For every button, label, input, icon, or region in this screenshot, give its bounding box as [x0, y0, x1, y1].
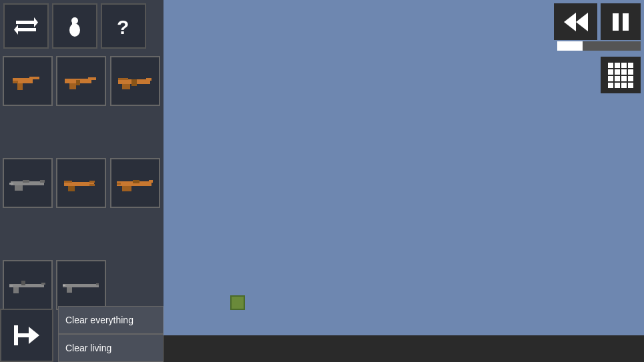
weapon-slot-8[interactable]	[56, 260, 106, 310]
svg-rect-10	[17, 83, 23, 90]
clear-everything-button[interactable]: Clear everything	[58, 306, 164, 334]
svg-rect-35	[117, 183, 121, 185]
pause-icon	[607, 10, 634, 34]
svg-text:?: ?	[117, 16, 129, 38]
weapon-slot-7[interactable]	[3, 260, 53, 310]
grid-icon	[608, 63, 633, 88]
swap-icon	[14, 14, 38, 38]
item-icon	[63, 14, 87, 38]
shotgun-icon	[63, 173, 99, 193]
heavy-rifle-icon	[117, 173, 153, 193]
long-rifle-icon	[63, 275, 99, 295]
svg-rect-18	[122, 84, 130, 89]
svg-rect-41	[63, 284, 99, 287]
svg-rect-33	[122, 186, 131, 191]
svg-rect-34	[133, 180, 139, 183]
grid-toggle-button[interactable]	[601, 57, 641, 93]
rewind-icon	[563, 10, 589, 34]
svg-rect-19	[131, 79, 137, 86]
svg-marker-46	[576, 13, 588, 31]
svg-rect-11	[13, 81, 18, 83]
svg-rect-6	[72, 19, 75, 26]
swap-button[interactable]	[3, 3, 49, 49]
weapon-slot-2[interactable]	[56, 56, 106, 106]
svg-rect-25	[23, 180, 29, 183]
svg-rect-9	[29, 77, 39, 79]
svg-rect-51	[14, 325, 18, 345]
weapon-slot-5[interactable]	[56, 158, 106, 208]
progress-bar-container	[557, 41, 641, 51]
weapon-slot-4[interactable]	[3, 158, 53, 208]
svg-rect-22	[40, 180, 45, 183]
svg-rect-43	[67, 287, 72, 293]
assault-rifle-icon	[117, 71, 153, 91]
svg-marker-3	[14, 25, 18, 35]
svg-rect-13	[88, 77, 96, 80]
item-button[interactable]	[52, 3, 97, 49]
svg-rect-42	[96, 283, 99, 285]
exit-button[interactable]	[0, 309, 53, 362]
svg-rect-0	[16, 21, 36, 24]
top-controls	[554, 3, 641, 40]
svg-rect-36	[9, 284, 44, 287]
svg-marker-50	[29, 327, 39, 344]
svg-rect-2	[16, 28, 36, 31]
weapon-slot-3[interactable]	[110, 56, 160, 106]
smg-icon	[63, 71, 99, 91]
progress-bar	[557, 41, 583, 51]
rewind-button[interactable]	[554, 3, 597, 40]
help-icon: ?	[111, 14, 135, 38]
svg-rect-29	[68, 186, 75, 191]
top-toolbar: ?	[0, 0, 164, 53]
help-button[interactable]: ?	[101, 3, 146, 49]
svg-rect-44	[63, 285, 65, 286]
svg-rect-23	[15, 185, 23, 191]
svg-rect-47	[613, 13, 619, 31]
sniper-icon	[9, 275, 46, 295]
context-menu: Clear everything Clear living	[58, 306, 164, 362]
exit-icon	[11, 320, 42, 351]
svg-rect-14	[69, 83, 76, 89]
svg-rect-20	[118, 78, 128, 80]
svg-rect-27	[89, 181, 95, 183]
svg-rect-30	[64, 181, 72, 183]
svg-rect-38	[13, 287, 19, 293]
game-character	[230, 295, 245, 310]
svg-rect-28	[89, 184, 95, 186]
svg-rect-32	[149, 180, 153, 183]
svg-marker-45	[564, 13, 576, 31]
pause-button[interactable]	[601, 3, 641, 40]
weapon-slot-6[interactable]	[110, 158, 160, 208]
svg-rect-24	[9, 183, 13, 185]
svg-rect-37	[41, 283, 45, 285]
svg-rect-17	[146, 78, 151, 81]
svg-rect-40	[9, 285, 13, 287]
svg-rect-39	[21, 281, 25, 285]
pistol-icon	[9, 71, 46, 91]
svg-rect-48	[623, 13, 629, 31]
ground	[164, 335, 644, 362]
svg-rect-15	[76, 80, 80, 85]
weapon-slot-1[interactable]	[3, 56, 53, 106]
machine-gun-icon	[9, 173, 46, 193]
clear-living-button[interactable]: Clear living	[58, 334, 164, 362]
svg-marker-1	[34, 17, 38, 27]
